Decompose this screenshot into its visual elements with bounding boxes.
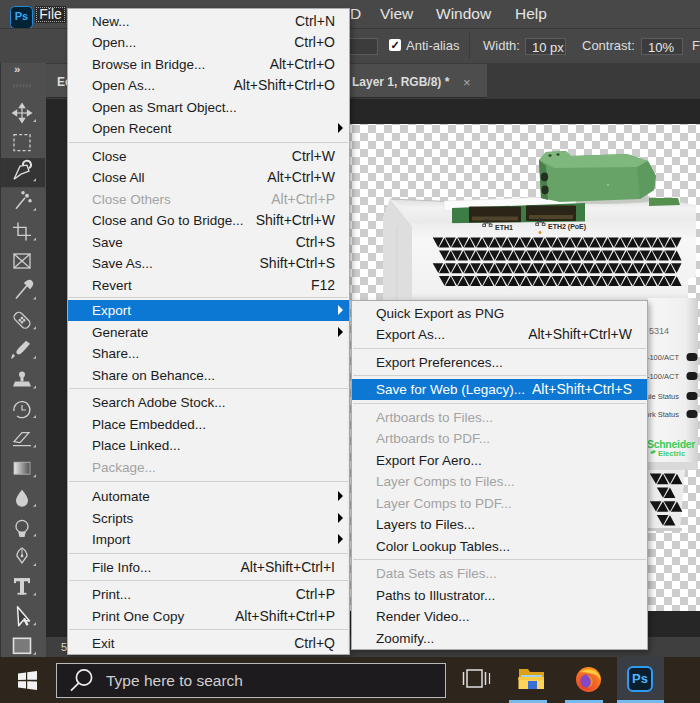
svg-text:Electric: Electric (658, 449, 685, 458)
svg-text:ETH1: ETH1 (495, 224, 513, 231)
svg-text:ETH2 (PoE): ETH2 (PoE) (548, 223, 586, 231)
svg-text:0-100/ACT: 0-100/ACT (643, 353, 680, 362)
svg-text:0-100/ACT: 0-100/ACT (643, 372, 680, 381)
svg-text:5314: 5314 (649, 326, 669, 336)
svg-text:ule Status: ule Status (646, 392, 680, 401)
svg-text:»: » (14, 63, 20, 75)
svg-text:ork Status: ork Status (645, 410, 679, 419)
